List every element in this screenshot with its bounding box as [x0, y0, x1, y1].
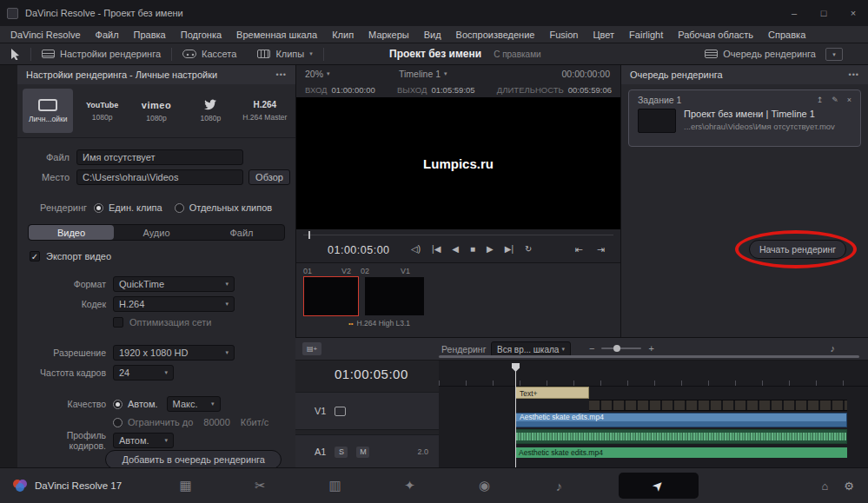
menu-help[interactable]: Справка	[768, 30, 805, 40]
stop-button[interactable]: ■	[470, 244, 475, 254]
video-clip[interactable]: Aesthetic skate edits.mp4	[515, 413, 847, 427]
format-select[interactable]: QuickTime ▾	[113, 276, 235, 292]
cut-page-icon[interactable]: ✂	[245, 478, 276, 493]
quality-max-select[interactable]: Макс. ▾	[167, 396, 221, 412]
project-manager-home-icon[interactable]: ⌂	[821, 480, 828, 493]
go-to-out-button[interactable]: ⇥	[597, 244, 605, 255]
timeline-zoom-slider[interactable]	[601, 347, 641, 349]
menu-markers[interactable]: Маркеры	[368, 30, 409, 40]
export-video-checkbox[interactable]: ✓	[30, 251, 40, 261]
single-clip-radio[interactable]	[94, 203, 103, 213]
chevron-down-icon: ▾	[225, 301, 229, 308]
toolbar-overflow-button[interactable]: ▾	[825, 48, 843, 61]
maximize-button[interactable]: □	[809, 0, 838, 26]
timeline-ruler[interactable]	[439, 361, 868, 387]
first-frame-button[interactable]: |◀	[432, 244, 441, 254]
video-clip-thumbnails[interactable]	[589, 400, 847, 411]
scrubber-playhead[interactable]	[308, 231, 310, 239]
settings-gear-icon[interactable]: ⚙	[844, 480, 854, 493]
individual-clips-radio[interactable]	[175, 203, 184, 213]
browse-button[interactable]: Обзор	[248, 169, 290, 185]
media-page-icon[interactable]: ▦	[170, 478, 202, 493]
step-back-button[interactable]: ◀	[452, 244, 459, 254]
tape-button[interactable]: Кассета	[172, 49, 247, 59]
menu-timeline[interactable]: Временная шкала	[236, 30, 317, 40]
menu-edit[interactable]: Правка	[134, 30, 166, 40]
network-optimization-checkbox[interactable]	[113, 317, 123, 328]
audio-clip[interactable]: Aesthetic skate edits.mp4	[515, 447, 847, 458]
viewer-zoom-select[interactable]: 20% ▾	[305, 69, 330, 79]
job-edit-icon[interactable]: ✎	[832, 96, 838, 104]
file-name-input[interactable]: Имя отсутствует	[76, 149, 243, 165]
fusion-page-icon[interactable]: ✦	[394, 478, 426, 493]
job-export-icon[interactable]: ↥	[817, 96, 824, 104]
clip1-thumbnail-selected[interactable]	[303, 276, 359, 316]
audio-meters-icon[interactable]: ♪	[831, 343, 836, 354]
add-to-render-queue-button[interactable]: Добавить в очередь рендеринга	[105, 450, 282, 469]
audio-clip-waveform[interactable]	[515, 429, 847, 444]
codec-select[interactable]: H.264 ▾	[113, 296, 235, 312]
preset-vimeo[interactable]: vimeo 1080p	[131, 89, 182, 133]
timeline-header: ▤+ Рендеринг Вся вр... шкала ▾ − + ♪	[295, 338, 868, 361]
solo-button[interactable]: S	[335, 447, 348, 458]
quality-restrict-radio[interactable]	[113, 418, 123, 427]
location-input[interactable]: C:\Users\ohrau\Videos	[76, 169, 243, 185]
minimize-button[interactable]: –	[779, 0, 809, 26]
queue-options-button[interactable]: •••	[849, 70, 859, 79]
quality-restrict-value[interactable]: 80000	[203, 417, 230, 427]
loop-button[interactable]: ↻	[525, 244, 532, 254]
menu-playback[interactable]: Воспроизведение	[456, 30, 535, 40]
last-frame-button[interactable]: ▶|	[505, 244, 514, 254]
deliver-page-active[interactable]: ➤	[619, 473, 699, 499]
menu-view[interactable]: Вид	[424, 30, 441, 40]
menu-fusion[interactable]: Fusion	[549, 30, 578, 40]
fairlight-page-icon[interactable]: ♪	[544, 479, 575, 493]
resolution-select[interactable]: 1920 x 1080 HD ▾	[113, 345, 235, 361]
close-button[interactable]: ×	[838, 0, 868, 26]
speaker-icon[interactable]: ◁)	[411, 244, 421, 254]
tab-video[interactable]: Видео	[29, 225, 114, 240]
zoom-out-button[interactable]: −	[589, 343, 594, 354]
start-render-button[interactable]: Начать рендеринг	[749, 240, 846, 259]
color-page-icon[interactable]: ◉	[469, 478, 500, 493]
tab-file[interactable]: Файл	[199, 225, 284, 240]
zoom-in-button[interactable]: +	[648, 343, 653, 354]
panel-options-button[interactable]: •••	[276, 70, 287, 79]
menu-trim[interactable]: Подгонка	[181, 30, 222, 40]
preset-youtube[interactable]: YouTube 1080p	[76, 89, 127, 133]
menu-davinci-resolve[interactable]: DaVinci Resolve	[10, 30, 81, 40]
track-enable-icon[interactable]	[335, 407, 346, 416]
timeline-tracks-area[interactable]: Text+ Aesthetic skate edits.mp4 Aestheti…	[439, 361, 868, 467]
quality-auto-radio[interactable]	[113, 400, 123, 409]
clip2-thumbnail[interactable]	[364, 276, 425, 316]
preset-custom[interactable]: Личн...ойки	[23, 89, 73, 133]
go-to-in-button[interactable]: ⇤	[575, 244, 583, 255]
encoding-profile-select[interactable]: Автом. ▾	[113, 433, 174, 448]
job-delete-icon[interactable]: ×	[847, 96, 851, 104]
menu-clip[interactable]: Клип	[332, 30, 354, 40]
track-header-v1[interactable]: V1	[295, 392, 439, 430]
preset-h264-master[interactable]: H.264 H.264 Master	[240, 89, 290, 133]
mute-button[interactable]: M	[356, 447, 369, 458]
viewer-scrubber[interactable]	[296, 229, 620, 240]
framerate-select[interactable]: 24 ▾	[113, 365, 174, 381]
clips-button[interactable]: Клипы ▾	[247, 49, 322, 59]
menu-file[interactable]: Файл	[96, 30, 119, 40]
title-clip[interactable]: Text+	[515, 387, 589, 399]
render-queue-toggle-button[interactable]: Очередь рендеринга	[705, 43, 816, 64]
timeline-scrollbar[interactable]	[439, 355, 859, 358]
timeline-options-icon[interactable]: ▤+	[302, 342, 321, 355]
viewer-panel: 20% ▾ Timeline 1 ▾ 00:00:00:00 ВХОД01:00…	[295, 65, 621, 337]
menu-color[interactable]: Цвет	[593, 30, 614, 40]
edit-page-icon[interactable]: ▥	[320, 478, 351, 493]
track-header-a1[interactable]: A1 S M 2.0	[295, 434, 439, 469]
timeline-select[interactable]: Timeline 1 ▾	[399, 69, 447, 79]
tab-audio[interactable]: Аудио	[114, 225, 199, 240]
menu-workspace[interactable]: Рабочая область	[678, 30, 753, 40]
render-settings-button[interactable]: Настройки рендеринга	[31, 49, 171, 59]
preset-twitter[interactable]: 1080p	[185, 89, 235, 133]
render-job-card[interactable]: Задание 1 ↥ ✎ × Проект без имени | Timel…	[628, 89, 861, 147]
play-button[interactable]: ▶	[487, 244, 494, 254]
menu-fairlight[interactable]: Fairlight	[629, 30, 663, 40]
pointer-tool-button[interactable]	[0, 49, 30, 60]
